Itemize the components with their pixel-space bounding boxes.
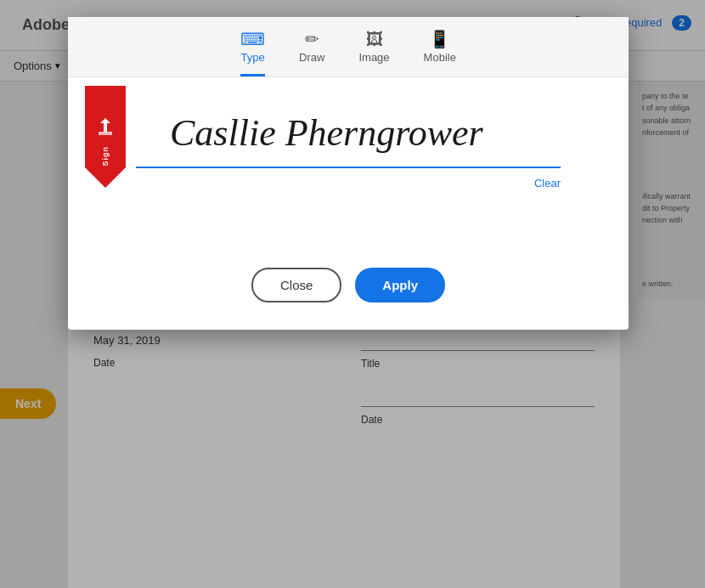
tab-type[interactable]: ⌨ Type	[240, 31, 265, 76]
signature-display[interactable]: Casllie Pherngrower	[170, 103, 595, 163]
tab-draw-label: Draw	[299, 51, 324, 64]
signature-modal: ⌨ Type ✏ Draw 🖼 Image 📱 Mobile Sign	[68, 17, 629, 330]
draw-icon: ✏	[305, 31, 319, 48]
tab-image-label: Image	[358, 51, 389, 64]
clear-link-container: Clear	[102, 168, 595, 190]
tab-mobile[interactable]: 📱 Mobile	[424, 31, 456, 76]
tab-draw[interactable]: ✏ Draw	[299, 31, 324, 76]
adobe-icon	[93, 115, 117, 143]
clear-link[interactable]: Clear	[534, 177, 561, 189]
signature-area: Sign Casllie Pherngrower Clear	[68, 77, 629, 247]
tab-type-label: Type	[241, 51, 265, 64]
apply-button[interactable]: Apply	[355, 268, 445, 302]
tab-image[interactable]: 🖼 Image	[358, 31, 389, 76]
close-button[interactable]: Close	[251, 268, 341, 302]
modal-footer: Close Apply	[68, 247, 629, 330]
image-icon: 🖼	[366, 31, 383, 48]
adobe-sign-bookmark: Sign	[85, 86, 126, 188]
adobe-sign-text: Sign	[101, 146, 110, 167]
mobile-icon: 📱	[429, 31, 450, 48]
type-icon: ⌨	[240, 31, 265, 48]
modal-tab-bar: ⌨ Type ✏ Draw 🖼 Image 📱 Mobile	[68, 17, 629, 77]
tab-mobile-label: Mobile	[424, 51, 456, 64]
